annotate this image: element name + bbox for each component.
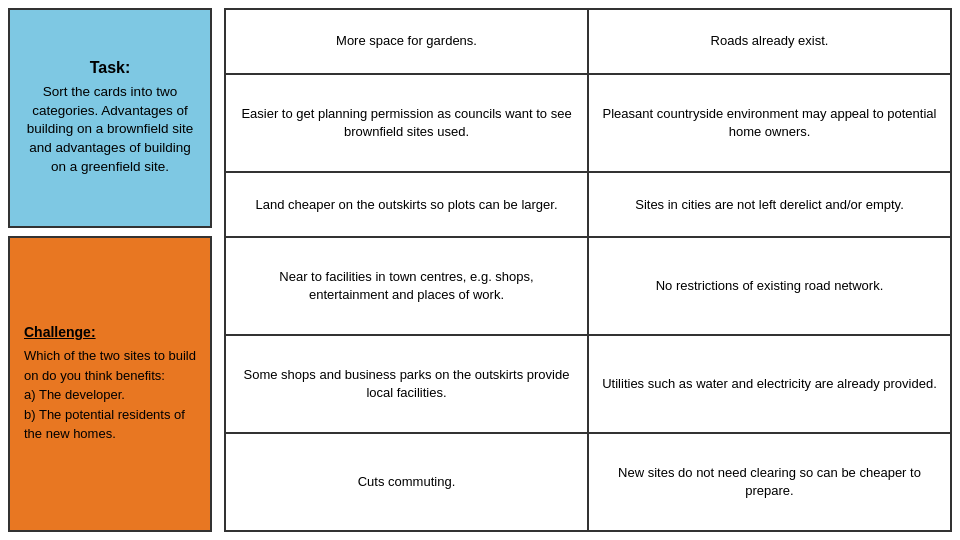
table-cell-brownfield: Sites in cities are not left derelict an… [588,172,951,237]
challenge-body: Which of the two sites to build on do yo… [24,346,196,444]
table-cell-greenfield: Some shops and business parks on the out… [225,335,588,433]
table-cell-greenfield: Cuts commuting. [225,433,588,531]
table-row: More space for gardens.Roads already exi… [225,9,951,74]
table-cell-brownfield: Pleasant countryside environment may app… [588,74,951,172]
table-cell-brownfield: Roads already exist. [588,9,951,74]
task-body: Sort the cards into two categories. Adva… [24,83,196,177]
right-panel: More space for gardens.Roads already exi… [220,0,960,540]
table-cell-greenfield: Near to facilities in town centres, e.g.… [225,237,588,335]
table-row: Cuts commuting.New sites do not need cle… [225,433,951,531]
table-row: Some shops and business parks on the out… [225,335,951,433]
table-row: Near to facilities in town centres, e.g.… [225,237,951,335]
left-panel: Task: Sort the cards into two categories… [0,0,220,540]
table-cell-greenfield: More space for gardens. [225,9,588,74]
table-row: Easier to get planning permission as cou… [225,74,951,172]
task-title: Task: [90,59,131,77]
cards-table: More space for gardens.Roads already exi… [224,8,952,532]
table-cell-brownfield: No restrictions of existing road network… [588,237,951,335]
table-cell-brownfield: Utilities such as water and electricity … [588,335,951,433]
task-box: Task: Sort the cards into two categories… [8,8,212,228]
table-cell-greenfield: Land cheaper on the outskirts so plots c… [225,172,588,237]
table-row: Land cheaper on the outskirts so plots c… [225,172,951,237]
table-cell-brownfield: New sites do not need clearing so can be… [588,433,951,531]
table-cell-greenfield: Easier to get planning permission as cou… [225,74,588,172]
challenge-box: Challenge: Which of the two sites to bui… [8,236,212,532]
challenge-title: Challenge: [24,324,196,340]
